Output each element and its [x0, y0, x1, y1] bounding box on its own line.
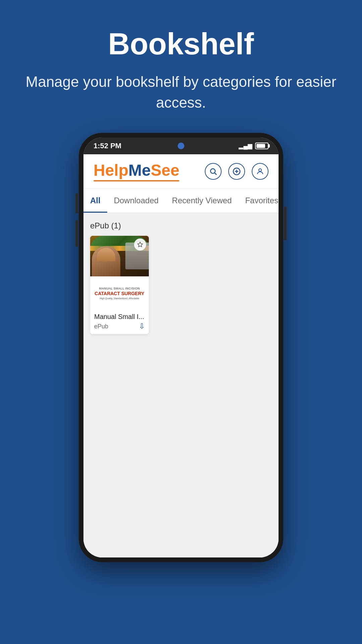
- logo-underline: [94, 180, 179, 181]
- svg-point-0: [210, 169, 215, 173]
- volume-down-button: [75, 220, 78, 247]
- tab-favorites[interactable]: Favorites: [238, 189, 279, 213]
- book-cover-text: Manual Small Incision Cataract Surgery H…: [90, 276, 149, 310]
- book-meta: ePub ⇩: [94, 322, 145, 331]
- phone-frame: 1:52 PM ▂▄▆ Help Me See: [79, 133, 283, 562]
- book-type: ePub: [94, 323, 108, 330]
- phone-screen: 1:52 PM ▂▄▆ Help Me See: [83, 138, 279, 557]
- svg-line-1: [215, 173, 217, 175]
- app-header: Help Me See: [83, 154, 279, 189]
- book-card[interactable]: Manual Small Incision Cataract Surgery H…: [90, 236, 149, 334]
- logo-me: Me: [128, 161, 151, 179]
- page-title: Bookshelf: [20, 27, 342, 61]
- profile-button[interactable]: [252, 163, 268, 180]
- volume-up-button: [75, 193, 78, 213]
- favorite-button[interactable]: [134, 238, 146, 251]
- phone-mockup: 1:52 PM ▂▄▆ Help Me See: [79, 133, 283, 562]
- power-button: [284, 207, 287, 240]
- book-cover-title: Cataract Surgery: [95, 291, 144, 296]
- page-header: Bookshelf Manage your bookshelf by categ…: [0, 0, 362, 126]
- section-label: ePub (1): [90, 221, 272, 230]
- book-cover-author: High Quality, Standardized, Affordable: [100, 297, 139, 300]
- books-grid: Manual Small Incision Cataract Surgery H…: [90, 236, 272, 334]
- tab-recently-viewed[interactable]: Recently Viewed: [165, 189, 238, 213]
- signal-icon: ▂▄▆: [239, 142, 252, 150]
- header-icons: [205, 163, 268, 180]
- add-button[interactable]: [228, 163, 245, 180]
- logo-text: Help Me See: [94, 161, 179, 179]
- tab-all[interactable]: All: [83, 189, 107, 213]
- status-icons: ▂▄▆: [239, 142, 268, 150]
- battery-icon: [255, 143, 268, 149]
- page-subtitle: Manage your bookshelf by categories for …: [20, 71, 342, 113]
- book-info: Manual Small I... ePub ⇩: [90, 310, 149, 334]
- svg-point-5: [259, 169, 261, 171]
- face-silhouette: [92, 246, 120, 276]
- book-cover: Manual Small Incision Cataract Surgery H…: [90, 236, 149, 310]
- book-cover-subtitle: Manual Small Incision: [99, 287, 140, 291]
- status-bar: 1:52 PM ▂▄▆: [83, 138, 279, 154]
- content-area: ePub (1): [83, 213, 279, 557]
- logo: Help Me See: [94, 161, 179, 181]
- logo-see: See: [151, 161, 179, 179]
- battery-fill: [256, 144, 265, 148]
- download-icon[interactable]: ⇩: [139, 322, 145, 331]
- search-button[interactable]: [205, 163, 222, 180]
- app-content: Help Me See: [83, 154, 279, 557]
- book-title: Manual Small I...: [94, 313, 145, 321]
- svg-marker-6: [138, 242, 143, 247]
- tabs: All Downloaded Recently Viewed Favorites: [83, 189, 279, 213]
- tab-downloaded[interactable]: Downloaded: [107, 189, 165, 213]
- status-time: 1:52 PM: [94, 142, 121, 150]
- logo-help: Help: [94, 161, 128, 179]
